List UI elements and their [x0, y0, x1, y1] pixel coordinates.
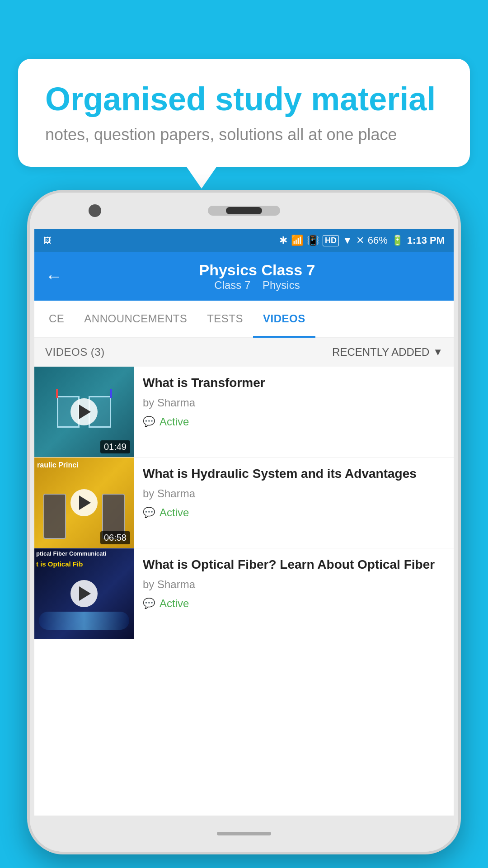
header-title-block: Physics Class 7 Class 7 Physics — [71, 261, 443, 292]
play-button-2[interactable] — [70, 489, 98, 516]
play-icon — [79, 495, 91, 510]
speech-bubble: Organised study material notes, question… — [18, 59, 470, 167]
phone-top-bezel — [30, 193, 458, 229]
videos-count: VIDEOS (3) — [45, 346, 105, 359]
table-row[interactable]: raulic Princi 06:58 What is Hydraulic Sy… — [34, 458, 454, 548]
status-badge-2: Active — [160, 506, 189, 519]
video-duration-2: 06:58 — [100, 531, 130, 544]
play-icon — [79, 586, 91, 601]
table-row[interactable]: ptical Fiber Communicati t is Optical Fi… — [34, 548, 454, 639]
tab-tests[interactable]: TESTS — [197, 301, 253, 337]
battery-percent: 66% — [368, 235, 388, 246]
home-button-top — [226, 207, 262, 214]
tabs-bar: CE ANNOUNCEMENTS TESTS VIDEOS — [34, 301, 454, 338]
video-list: 01:49 What is Transformer by Sharma 💬 Ac… — [34, 367, 454, 639]
wifi-icon: ▼ — [343, 235, 352, 246]
chat-icon-3: 💬 — [143, 598, 155, 609]
videos-section-header: VIDEOS (3) RECENTLY ADDED ▼ — [34, 338, 454, 367]
phone-frame: 🖼 ✱ 📶 📳 HD ▼ ✕ 66% 🔋 1:13 PM ← Physics C… — [27, 190, 461, 854]
time-display: 1:13 PM — [407, 235, 445, 246]
notification-icon: 🖼 — [43, 236, 52, 245]
subject-label: Physics — [263, 279, 300, 291]
play-button-3[interactable] — [70, 580, 98, 607]
signal-icon: 📶 — [291, 235, 303, 246]
page-title: Physics Class 7 — [71, 261, 443, 279]
vibrate-icon: 📳 — [307, 235, 319, 246]
bluetooth-icon: ✱ — [279, 235, 287, 246]
status-bar: 🖼 ✱ 📶 📳 HD ▼ ✕ 66% 🔋 1:13 PM — [34, 229, 454, 252]
power-button — [459, 292, 461, 324]
home-indicator — [217, 832, 271, 835]
play-button-1[interactable] — [70, 398, 98, 425]
phone-screen: 🖼 ✱ 📶 📳 HD ▼ ✕ 66% 🔋 1:13 PM ← Physics C… — [34, 229, 454, 816]
fiber-label-1: ptical Fiber Communicati t is Optical Fi… — [36, 550, 106, 568]
status-left: 🖼 — [43, 236, 52, 245]
video-info-2: What is Hydraulic System and its Advanta… — [134, 458, 454, 527]
video-author-1: by Sharma — [143, 396, 445, 409]
app-header: ← Physics Class 7 Class 7 Physics — [34, 252, 454, 301]
tab-announcements[interactable]: ANNOUNCEMENTS — [74, 301, 197, 337]
back-button[interactable]: ← — [45, 267, 62, 286]
video-thumbnail-3: ptical Fiber Communicati t is Optical Fi… — [34, 548, 134, 639]
phone-bottom-bezel — [30, 816, 458, 852]
chat-icon-2: 💬 — [143, 507, 155, 519]
status-badge-1: Active — [160, 415, 189, 428]
class-label: Class 7 — [214, 279, 250, 291]
video-title-1: What is Transformer — [143, 375, 445, 391]
page-subtitle: Class 7 Physics — [71, 279, 443, 292]
tab-ce[interactable]: CE — [39, 301, 74, 337]
hd-badge: HD — [323, 235, 339, 246]
volume-down-button — [27, 364, 29, 405]
hydraulic-label: raulic Princi — [37, 461, 79, 469]
sort-label: RECENTLY ADDED — [332, 346, 429, 359]
chat-icon-1: 💬 — [143, 416, 155, 428]
video-author-3: by Sharma — [143, 578, 445, 591]
video-title-3: What is Optical Fiber? Learn About Optic… — [143, 557, 445, 573]
sort-button[interactable]: RECENTLY ADDED ▼ — [332, 346, 443, 359]
video-info-1: What is Transformer by Sharma 💬 Active — [134, 367, 454, 436]
play-icon — [79, 405, 91, 419]
battery-icon: 🔋 — [391, 235, 404, 246]
video-thumbnail-2: raulic Princi 06:58 — [34, 458, 134, 548]
video-duration-1: 01:49 — [100, 440, 130, 453]
tab-videos[interactable]: VIDEOS — [253, 301, 315, 337]
chevron-down-icon: ▼ — [433, 346, 443, 358]
video-status-3: 💬 Active — [143, 597, 445, 610]
bubble-subtitle: notes, question papers, solutions all at… — [45, 125, 443, 144]
status-right: ✱ 📶 📳 HD ▼ ✕ 66% 🔋 1:13 PM — [279, 235, 445, 246]
bubble-title: Organised study material — [45, 81, 443, 117]
mute-button — [27, 283, 29, 306]
video-status-2: 💬 Active — [143, 506, 445, 519]
table-row[interactable]: 01:49 What is Transformer by Sharma 💬 Ac… — [34, 367, 454, 458]
video-info-3: What is Optical Fiber? Learn About Optic… — [134, 548, 454, 618]
status-badge-3: Active — [160, 597, 189, 610]
volume-up-button — [27, 315, 29, 355]
video-title-2: What is Hydraulic System and its Advanta… — [143, 466, 445, 482]
video-author-2: by Sharma — [143, 487, 445, 500]
data-icon: ✕ — [356, 235, 364, 246]
video-thumbnail-1: 01:49 — [34, 367, 134, 457]
camera-lens — [89, 204, 101, 217]
video-status-1: 💬 Active — [143, 415, 445, 428]
